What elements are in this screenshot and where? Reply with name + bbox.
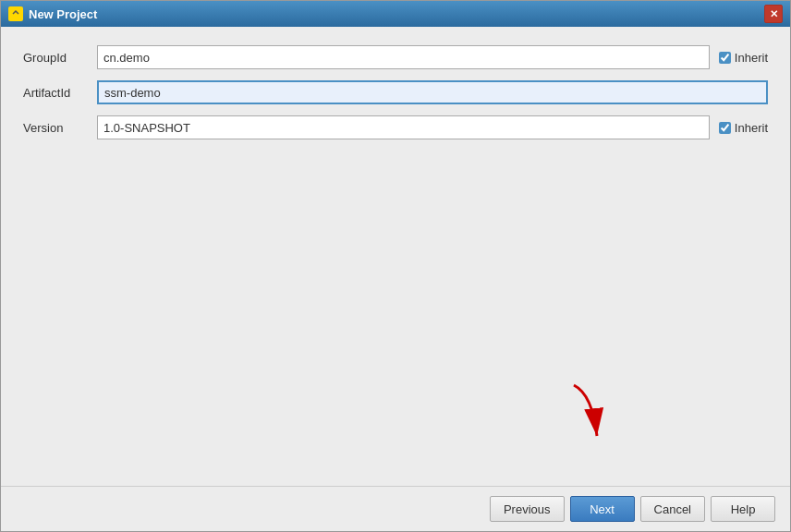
groupid-inherit-label: Inherit	[735, 51, 768, 65]
artifactid-label: ArtifactId	[23, 86, 97, 100]
groupid-inherit-checkbox[interactable]	[719, 52, 731, 64]
artifactid-row: ArtifactId	[23, 80, 768, 104]
title-bar: New Project ✕	[1, 1, 790, 27]
version-inherit-wrapper: Inherit	[719, 121, 768, 135]
version-input[interactable]	[97, 115, 710, 139]
version-label: Version	[23, 121, 97, 135]
groupid-input[interactable]	[97, 45, 710, 69]
button-bar: Previous Next Cancel Help	[1, 486, 790, 531]
groupid-label: GroupId	[23, 51, 97, 65]
version-inherit-label: Inherit	[735, 121, 768, 135]
previous-button[interactable]: Previous	[490, 496, 565, 522]
version-inherit-checkbox[interactable]	[719, 122, 731, 134]
artifactid-input[interactable]	[97, 80, 768, 104]
window-icon	[8, 6, 23, 21]
version-row: Version Inherit	[23, 115, 768, 139]
new-project-dialog: New Project ✕ GroupId Inherit ArtifactId…	[0, 0, 791, 532]
groupid-row: GroupId Inherit	[23, 45, 768, 69]
cancel-button[interactable]: Cancel	[640, 496, 705, 522]
window-title: New Project	[29, 7, 764, 21]
help-button[interactable]: Help	[711, 496, 775, 522]
groupid-inherit-wrapper: Inherit	[719, 51, 768, 65]
next-button[interactable]: Next	[570, 496, 635, 522]
dialog-content: GroupId Inherit ArtifactId Version Inher…	[1, 27, 790, 486]
close-button[interactable]: ✕	[764, 5, 783, 23]
